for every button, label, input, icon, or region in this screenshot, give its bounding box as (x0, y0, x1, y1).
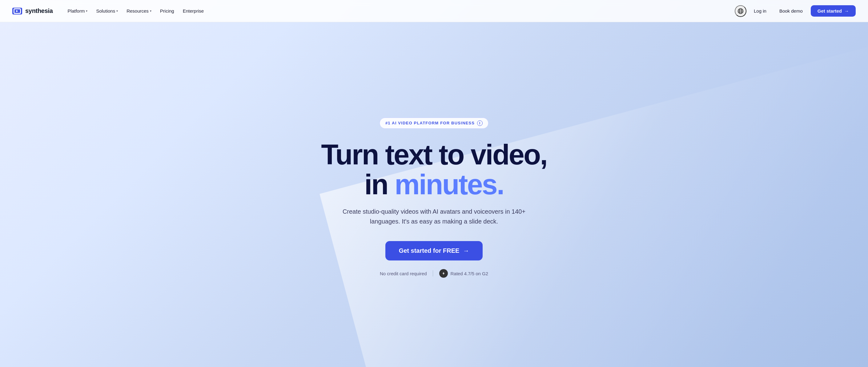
globe-icon (738, 8, 744, 14)
hero-meta: No credit card required Rated 4.7/5 on G… (380, 269, 488, 278)
logo-text: synthesia (25, 7, 53, 14)
nav-item-pricing[interactable]: Pricing (156, 6, 178, 16)
book-demo-button[interactable]: Book demo (774, 6, 808, 16)
nav-item-platform[interactable]: Platform ▾ (64, 6, 91, 16)
meta-divider (433, 270, 433, 276)
get-started-nav-button[interactable]: Get started → (811, 5, 856, 17)
logo[interactable]: synthesia (12, 7, 53, 14)
svg-rect-0 (14, 9, 21, 13)
arrow-icon: → (844, 8, 849, 13)
hero-subtitle: Create studio-quality videos with AI ava… (336, 207, 532, 226)
nav-right: Log in Book demo Get started → (735, 5, 856, 17)
chevron-down-icon: ▾ (150, 9, 151, 12)
info-icon[interactable]: i (477, 120, 483, 126)
hero-section: #1 AI VIDEO PLATFORM FOR BUSINESS i Turn… (0, 22, 868, 367)
arrow-icon: → (463, 247, 469, 254)
no-credit-card-text: No credit card required (380, 271, 427, 276)
hero-title: Turn text to video, in minutes. (321, 140, 547, 199)
nav-left: synthesia Platform ▾ Solutions ▾ Resourc… (12, 6, 208, 16)
chevron-down-icon: ▾ (86, 9, 87, 12)
nav-links: Platform ▾ Solutions ▾ Resources ▾ Prici… (64, 6, 208, 16)
login-button[interactable]: Log in (749, 6, 771, 16)
hero-badge: #1 AI VIDEO PLATFORM FOR BUSINESS i (379, 118, 489, 129)
language-button[interactable] (735, 5, 746, 17)
nav-item-solutions[interactable]: Solutions ▾ (92, 6, 122, 16)
navbar: synthesia Platform ▾ Solutions ▾ Resourc… (0, 0, 868, 22)
logo-icon (12, 8, 22, 14)
nav-item-resources[interactable]: Resources ▾ (123, 6, 155, 16)
g2-rating: Rated 4.7/5 on G2 (439, 269, 488, 278)
cta-button[interactable]: Get started for FREE → (385, 241, 483, 261)
g2-logo (439, 269, 448, 278)
chevron-down-icon: ▾ (116, 9, 118, 12)
nav-item-enterprise[interactable]: Enterprise (179, 6, 208, 16)
